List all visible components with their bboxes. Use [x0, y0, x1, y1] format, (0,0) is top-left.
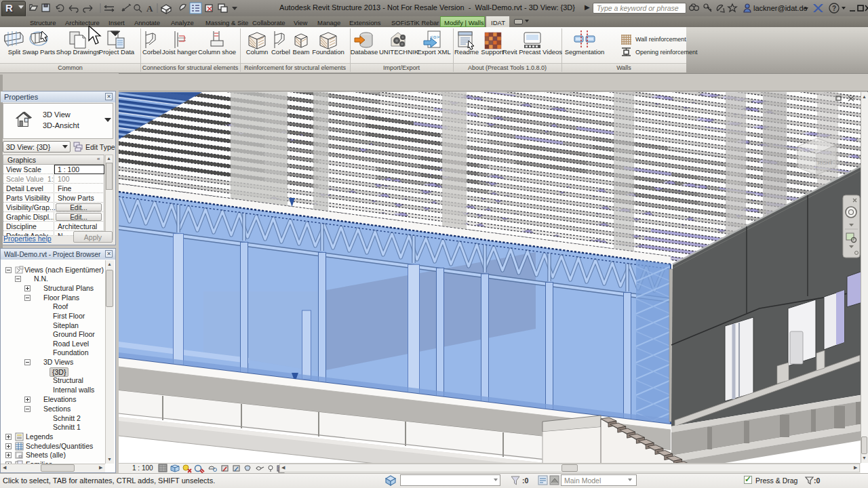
svg-text:RIGHT: RIGHT	[818, 161, 833, 165]
svg-text:?: ?	[832, 5, 836, 12]
svg-text:A: A	[146, 3, 153, 14]
svg-text:lackner@idat.de: lackner@idat.de	[753, 4, 808, 12]
